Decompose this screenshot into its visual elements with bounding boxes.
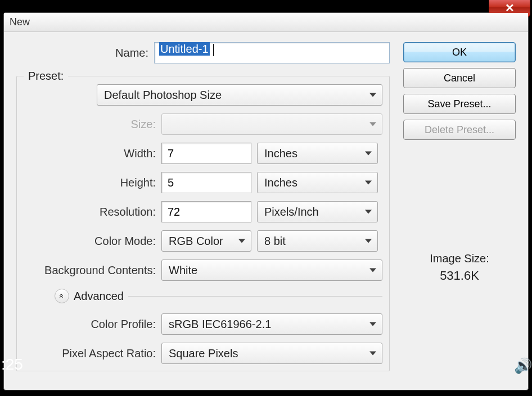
height-input[interactable] — [161, 172, 251, 193]
preset-group: Preset: Default Photoshop Size Size: — [16, 76, 390, 371]
color-depth-dropdown[interactable]: 8 bit — [257, 230, 378, 252]
pixel-aspect-dropdown[interactable]: Square Pixels — [161, 343, 382, 364]
size-label: Size: — [24, 118, 156, 131]
chevron-down-icon — [365, 181, 372, 185]
chevron-down-icon — [369, 322, 376, 326]
name-input[interactable]: Untitled-1 — [154, 42, 390, 63]
width-unit-dropdown[interactable]: Inches — [257, 143, 378, 164]
name-label: Name: — [16, 47, 148, 60]
height-label: Height: — [24, 176, 156, 189]
video-time: :25 — [1, 356, 23, 374]
resolution-unit-dropdown[interactable]: Pixels/Inch — [257, 201, 378, 222]
chevron-down-icon — [365, 210, 372, 214]
cancel-button[interactable]: Cancel — [403, 68, 516, 88]
color-mode-dropdown[interactable]: RGB Color — [161, 230, 251, 252]
window-title: New — [10, 16, 30, 28]
volume-icon[interactable]: 🔊 — [514, 357, 532, 375]
chevron-down-icon — [369, 93, 376, 97]
preset-label: Preset: — [28, 70, 64, 83]
background-dropdown[interactable]: White — [161, 260, 382, 281]
chevron-down-icon — [365, 152, 372, 156]
preset-dropdown[interactable]: Default Photoshop Size — [97, 84, 382, 106]
chevron-down-icon — [369, 352, 376, 356]
color-profile-label: Color Profile: — [24, 318, 156, 331]
advanced-label: Advanced — [74, 290, 124, 303]
titlebar[interactable]: New — [4, 13, 528, 32]
chevron-down-icon — [365, 239, 372, 243]
advanced-toggle[interactable]: « — [55, 289, 69, 303]
chevron-down-icon — [369, 268, 376, 272]
resolution-input[interactable] — [161, 201, 251, 222]
text-cursor-icon — [213, 44, 214, 56]
width-input[interactable] — [161, 143, 251, 164]
resolution-label: Resolution: — [24, 206, 156, 219]
pixel-aspect-label: Pixel Aspect Ratio: — [24, 347, 156, 360]
chevron-down-icon — [369, 122, 376, 126]
width-label: Width: — [24, 147, 156, 160]
new-document-dialog: ✕ New Name: Untitled-1 Preset: — [3, 12, 529, 390]
chevron-down-icon — [238, 239, 245, 243]
color-mode-label: Color Mode: — [24, 235, 156, 248]
save-preset-button[interactable]: Save Preset... — [403, 94, 516, 114]
chevron-up-icon: « — [57, 294, 66, 298]
delete-preset-button: Delete Preset... — [403, 120, 516, 140]
image-size-readout: Image Size: 531.6K — [403, 252, 516, 283]
background-label: Background Contents: — [24, 264, 156, 277]
ok-button[interactable]: OK — [403, 42, 516, 62]
color-profile-dropdown[interactable]: sRGB IEC61966-2.1 — [161, 313, 382, 335]
size-dropdown — [161, 113, 382, 135]
dialog-body: Name: Untitled-1 Preset: Default Photosh… — [4, 32, 528, 390]
height-unit-dropdown[interactable]: Inches — [257, 172, 378, 193]
